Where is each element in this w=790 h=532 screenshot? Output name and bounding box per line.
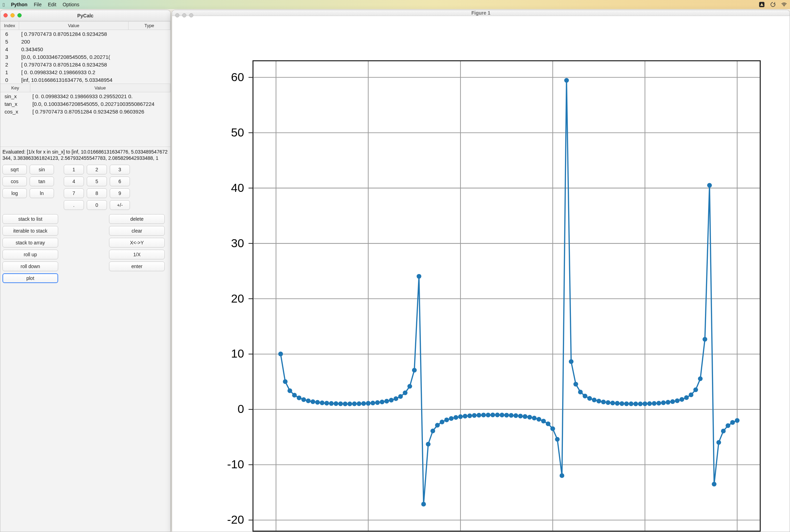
svg-point-136 xyxy=(684,395,689,400)
stack-row[interactable]: 3[0.0, 0.10033467208545055, 0.20271( xyxy=(0,53,170,61)
num-dot-button[interactable]: . xyxy=(64,200,84,210)
fn-sin-button[interactable]: sin xyxy=(30,165,54,174)
swap-xy-button[interactable]: X<->Y xyxy=(109,238,165,248)
svg-point-103 xyxy=(532,416,537,421)
svg-point-55 xyxy=(311,399,316,404)
svg-point-72 xyxy=(389,398,394,403)
stack-row[interactable]: 2[ 0.79707473 0.87051284 0.9234258 xyxy=(0,61,170,68)
svg-point-144 xyxy=(721,429,726,433)
svg-point-99 xyxy=(513,413,518,418)
svg-point-132 xyxy=(666,400,671,405)
num-7-button[interactable]: 7 xyxy=(64,188,84,198)
stack-cell-type xyxy=(129,53,170,61)
num-8-button[interactable]: 8 xyxy=(87,188,107,198)
stack-row[interactable]: 1[ 0. 0.09983342 0.19866933 0.2 xyxy=(0,68,170,76)
svg-point-67 xyxy=(366,401,371,406)
minimize-icon[interactable] xyxy=(10,13,15,17)
num-5-button[interactable]: 5 xyxy=(87,177,107,186)
stack-row[interactable]: 40.343450 xyxy=(0,45,170,53)
stack-row[interactable]: 0[inf, 10.016686131634776, 5.03348954 xyxy=(0,76,170,84)
vars-row[interactable]: cos_x[ 0.79707473 0.87051284 0.9234258 0… xyxy=(0,108,170,115)
svg-point-143 xyxy=(717,440,721,445)
enter-button[interactable]: enter xyxy=(109,261,165,271)
num-3-button[interactable]: 3 xyxy=(110,165,130,174)
stack-cell-type xyxy=(129,76,170,84)
stack-header-type: Type xyxy=(129,22,170,30)
svg-point-141 xyxy=(707,183,712,188)
stack-cell-type xyxy=(129,69,170,76)
figure-titlebar[interactable]: Figure 1 xyxy=(172,10,790,16)
num-1-button[interactable]: 1 xyxy=(64,165,84,174)
num-6-button[interactable]: 6 xyxy=(110,177,130,186)
num-plusminus-button[interactable]: +/- xyxy=(110,200,130,210)
svg-point-74 xyxy=(398,394,403,399)
svg-point-79 xyxy=(421,502,426,507)
num-4-button[interactable]: 4 xyxy=(64,177,84,186)
svg-point-62 xyxy=(343,401,348,406)
svg-point-146 xyxy=(730,420,735,425)
vars-cell-key: sin_x xyxy=(0,93,30,100)
svg-point-77 xyxy=(412,368,417,373)
stack-row[interactable]: 5200 xyxy=(0,38,170,45)
roll-up-button[interactable]: roll up xyxy=(2,250,58,259)
reciprocal-button[interactable]: 1/X xyxy=(109,250,165,259)
stack-cell-value: [inf, 10.016686131634776, 5.03348954 xyxy=(19,76,129,84)
zoom-icon[interactable] xyxy=(17,13,22,17)
svg-point-66 xyxy=(361,401,366,406)
vars-cell-key: cos_x xyxy=(0,108,30,115)
menu-edit[interactable]: Edit xyxy=(48,2,56,7)
svg-point-121 xyxy=(615,401,620,406)
num-0-button[interactable]: 0 xyxy=(87,200,107,210)
svg-point-97 xyxy=(504,413,509,418)
clear-button[interactable]: clear xyxy=(109,226,165,236)
svg-point-54 xyxy=(306,398,311,403)
svg-point-48 xyxy=(278,352,283,357)
tray-warning-icon[interactable] xyxy=(759,1,765,8)
svg-point-93 xyxy=(486,413,491,417)
svg-point-51 xyxy=(292,393,297,398)
iterable-to-stack-button[interactable]: iterable to stack xyxy=(2,226,58,236)
svg-point-78 xyxy=(417,274,421,279)
stack-to-array-button[interactable]: stack to array xyxy=(2,238,58,248)
vars-row[interactable]: tan_x[0.0, 0.10033467208545055, 0.202710… xyxy=(0,100,170,108)
fn-ln-button[interactable]: ln xyxy=(30,188,54,198)
stack-row[interactable]: 6[ 0.79707473 0.87051284 0.9234258 xyxy=(0,30,170,38)
svg-point-107 xyxy=(550,427,555,431)
app-menu[interactable]: Python xyxy=(11,2,27,7)
menu-file[interactable]: File xyxy=(34,2,42,7)
roll-down-button[interactable]: roll down xyxy=(2,261,58,271)
plot-area[interactable]: 020406080100-20-100102030405060 xyxy=(172,16,790,532)
svg-rect-148 xyxy=(253,61,760,531)
pycalc-titlebar[interactable]: PyCalc xyxy=(0,10,170,21)
close-icon[interactable] xyxy=(3,13,8,17)
fn-log-button[interactable]: log xyxy=(2,188,27,198)
menu-options[interactable]: Options xyxy=(63,2,79,7)
svg-point-81 xyxy=(431,429,435,433)
delete-button[interactable]: delete xyxy=(109,214,165,224)
stack-cell-value: [ 0.79707473 0.87051284 0.9234258 xyxy=(19,61,129,68)
fn-cos-button[interactable]: cos xyxy=(2,177,27,186)
svg-point-119 xyxy=(606,400,611,405)
svg-point-105 xyxy=(541,419,546,424)
vars-row[interactable]: sin_x[ 0. 0.09983342 0.19866933 0.295520… xyxy=(0,92,170,100)
figure-window: Figure 1 020406080100-20-100102030405060 xyxy=(172,10,790,532)
stack-to-list-button[interactable]: stack to list xyxy=(2,214,58,224)
stack-cell-index: 3 xyxy=(0,53,19,61)
fn-sqrt-button[interactable]: sqrt xyxy=(2,165,27,174)
svg-text:-10: -10 xyxy=(227,457,244,471)
num-9-button[interactable]: 9 xyxy=(110,188,130,198)
pycalc-title: PyCalc xyxy=(77,13,94,18)
plot-button[interactable]: plot xyxy=(2,273,58,283)
apple-menu-icon[interactable]:  xyxy=(3,2,5,8)
svg-point-90 xyxy=(472,413,477,418)
keypad: sqrt sin cos tan log ln 1 2 xyxy=(0,162,170,212)
svg-text:-20: -20 xyxy=(227,513,244,526)
svg-text:10: 10 xyxy=(231,347,244,360)
vars-table: Key Value sin_x[ 0. 0.09983342 0.1986693… xyxy=(0,84,170,144)
svg-point-135 xyxy=(680,397,684,402)
tray-sync-icon[interactable] xyxy=(770,1,776,8)
fn-tan-button[interactable]: tan xyxy=(30,177,54,186)
num-2-button[interactable]: 2 xyxy=(87,165,107,174)
tray-wifi-icon[interactable] xyxy=(781,1,787,8)
svg-point-86 xyxy=(454,415,458,420)
